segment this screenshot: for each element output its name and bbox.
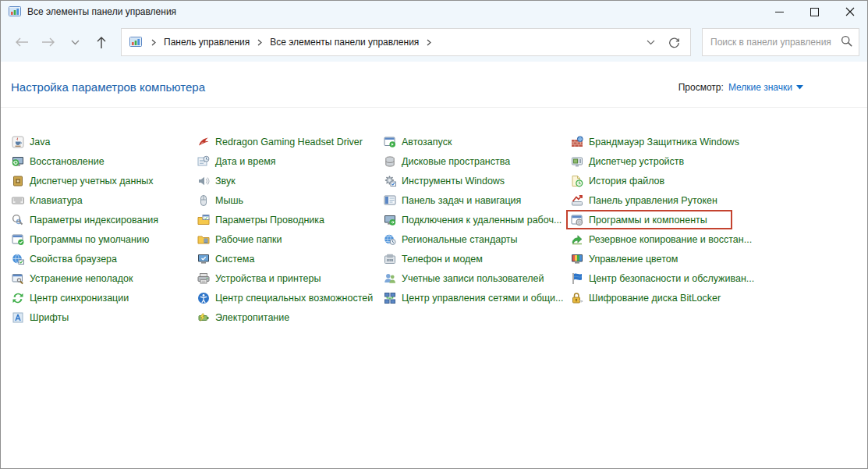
credential-manager-icon bbox=[12, 175, 24, 187]
cp-item-security-maintenance[interactable]: Центр безопасности и обслуживан... bbox=[571, 268, 757, 288]
cp-item-label: Региональные стандарты bbox=[402, 234, 518, 245]
minimize-button[interactable] bbox=[762, 1, 797, 23]
close-button[interactable] bbox=[832, 1, 867, 23]
address-bar[interactable]: Панель управления Все элементы панели уп… bbox=[121, 28, 691, 56]
control-panel-icon bbox=[129, 36, 142, 48]
back-button[interactable] bbox=[9, 29, 35, 55]
cp-item-devices-printers[interactable]: Устройства и принтеры bbox=[197, 268, 384, 288]
cp-item-label: Центр синхронизации bbox=[30, 293, 129, 304]
cp-item-label: Центр специальных возможностей bbox=[215, 293, 373, 304]
cp-item-windows-tools[interactable]: Инструменты Windows bbox=[384, 171, 571, 190]
cp-item-mouse[interactable]: Мышь bbox=[197, 190, 384, 210]
cp-item-label: Устранение неполадок bbox=[30, 273, 133, 284]
security-maintenance-icon bbox=[571, 272, 583, 285]
cp-item-credential-manager[interactable]: Диспетчер учетных данных bbox=[12, 171, 197, 190]
cp-item-user-accounts[interactable]: Учетные записи пользователей bbox=[384, 268, 571, 288]
cp-item-label: Телефон и модем bbox=[402, 254, 483, 265]
cp-items-column: Redragon Gaming Headset DriverДата и вре… bbox=[197, 132, 384, 327]
cp-item-remote-desktop[interactable]: Подключения к удаленным рабоч... bbox=[384, 210, 571, 229]
system-icon bbox=[197, 253, 210, 265]
cp-item-color-management[interactable]: Управление цветом bbox=[571, 249, 757, 268]
cp-item-system[interactable]: Система bbox=[197, 249, 384, 268]
cp-item-programs-features[interactable]: Программы и компоненты bbox=[571, 210, 757, 229]
cp-item-indexing-options[interactable]: Параметры индексирования bbox=[12, 210, 197, 229]
cp-item-network-sharing[interactable]: Центр управления сетями и общи... bbox=[384, 288, 571, 307]
cp-item-label: Redragon Gaming Headset Driver bbox=[215, 137, 363, 147]
cp-item-label: Электропитание bbox=[215, 312, 289, 323]
search-input[interactable] bbox=[710, 37, 841, 48]
cp-item-label: Дисковые пространства bbox=[402, 156, 510, 167]
breadcrumb-separator-icon bbox=[147, 39, 161, 46]
view-label: Просмотр: bbox=[678, 82, 724, 93]
cp-item-redragon[interactable]: Redragon Gaming Headset Driver bbox=[197, 132, 384, 151]
cp-item-internet-options[interactable]: Свойства браузера bbox=[12, 249, 197, 268]
cp-item-default-programs[interactable]: Программы по умолчанию bbox=[12, 229, 197, 249]
bitlocker-icon bbox=[571, 292, 583, 304]
indexing-options-icon bbox=[12, 214, 24, 226]
cp-item-firewall[interactable]: Брандмауэр Защитника Windows bbox=[571, 132, 757, 151]
address-dropdown-button[interactable] bbox=[639, 30, 662, 54]
cp-item-label: Шрифты bbox=[30, 312, 69, 323]
window-title: Все элементы панели управления bbox=[27, 6, 762, 17]
cp-item-label: Мышь bbox=[215, 195, 243, 206]
cp-item-label: Рабочие папки bbox=[215, 234, 282, 245]
up-button[interactable] bbox=[88, 29, 115, 55]
date-time-icon bbox=[197, 155, 210, 168]
cp-item-date-time[interactable]: Дата и время bbox=[197, 151, 384, 171]
chevron-down-icon bbox=[796, 85, 803, 90]
region-icon bbox=[384, 233, 396, 246]
backup-restore-icon bbox=[571, 233, 583, 246]
cp-item-region[interactable]: Региональные стандарты bbox=[384, 229, 571, 249]
explorer-options-icon bbox=[197, 214, 210, 226]
user-accounts-icon bbox=[384, 272, 396, 285]
windows-tools-icon bbox=[384, 175, 396, 187]
cp-item-label: Звук bbox=[215, 176, 236, 187]
cp-item-storage-spaces[interactable]: Дисковые пространства bbox=[384, 151, 571, 171]
cp-item-label: Брандмауэр Защитника Windows bbox=[589, 137, 739, 147]
recent-pages-dropdown[interactable] bbox=[62, 29, 88, 55]
search-icon[interactable] bbox=[841, 35, 852, 50]
cp-item-keyboard[interactable]: Клавиатура bbox=[12, 190, 197, 210]
cp-item-phone-modem[interactable]: Телефон и модем bbox=[384, 249, 571, 268]
view-dropdown[interactable]: Мелкие значки bbox=[728, 82, 803, 93]
cp-item-ease-of-access[interactable]: Центр специальных возможностей bbox=[197, 288, 384, 307]
cp-items-column: Брандмауэр Защитника WindowsДиспетчер ус… bbox=[571, 132, 757, 327]
cp-item-backup-restore[interactable]: Резервное копирование и восстан... bbox=[571, 229, 757, 249]
cp-item-troubleshooting[interactable]: Устранение неполадок bbox=[12, 268, 197, 288]
cp-item-fonts[interactable]: Шрифты bbox=[12, 307, 197, 327]
cp-item-label: История файлов bbox=[589, 176, 664, 187]
cp-item-bitlocker[interactable]: Шифрование диска BitLocker bbox=[571, 288, 757, 307]
cp-item-label: Панель задач и навигация bbox=[402, 195, 521, 206]
cp-item-label: Подключения к удаленным рабоч... bbox=[402, 215, 562, 226]
autoplay-icon bbox=[384, 136, 396, 148]
breadcrumb-control-panel[interactable]: Панель управления bbox=[161, 37, 253, 48]
cp-item-rutoken[interactable]: Панель управления Рутокен bbox=[571, 190, 757, 210]
refresh-button[interactable] bbox=[662, 30, 686, 54]
sound-icon bbox=[197, 175, 210, 187]
cp-item-java[interactable]: Java bbox=[12, 132, 197, 151]
cp-item-sync-center[interactable]: Центр синхронизации bbox=[12, 288, 197, 307]
cp-item-device-manager[interactable]: Диспетчер устройств bbox=[571, 151, 757, 171]
cp-item-work-folders[interactable]: Рабочие папки bbox=[197, 229, 384, 249]
cp-item-autoplay[interactable]: Автозапуск bbox=[384, 132, 571, 151]
cp-item-explorer-options[interactable]: Параметры Проводника bbox=[197, 210, 384, 229]
cp-item-sound[interactable]: Звук bbox=[197, 171, 384, 190]
cp-item-label: Устройства и принтеры bbox=[215, 273, 321, 284]
cp-item-file-history[interactable]: История файлов bbox=[571, 171, 757, 190]
cp-item-label: Шифрование диска BitLocker bbox=[589, 293, 721, 304]
forward-button[interactable] bbox=[35, 29, 62, 55]
cp-item-taskbar-navigation[interactable]: Панель задач и навигация bbox=[384, 190, 571, 210]
keyboard-icon bbox=[12, 194, 24, 207]
cp-item-label: Инструменты Windows bbox=[402, 176, 505, 187]
cp-item-power-options[interactable]: Электропитание bbox=[197, 307, 384, 327]
ease-of-access-icon bbox=[197, 292, 210, 304]
cp-item-label: Центр безопасности и обслуживан... bbox=[589, 273, 754, 284]
cp-item-recovery[interactable]: Восстановление bbox=[12, 151, 197, 171]
cp-item-label: Программы по умолчанию bbox=[30, 234, 149, 245]
cp-item-label: Java bbox=[30, 137, 50, 147]
maximize-button[interactable] bbox=[797, 1, 832, 23]
cp-item-label: Управление цветом bbox=[589, 254, 678, 265]
cp-item-label: Параметры индексирования bbox=[30, 215, 158, 226]
sync-center-icon bbox=[12, 292, 24, 304]
breadcrumb-all-items[interactable]: Все элементы панели управления bbox=[267, 37, 422, 48]
